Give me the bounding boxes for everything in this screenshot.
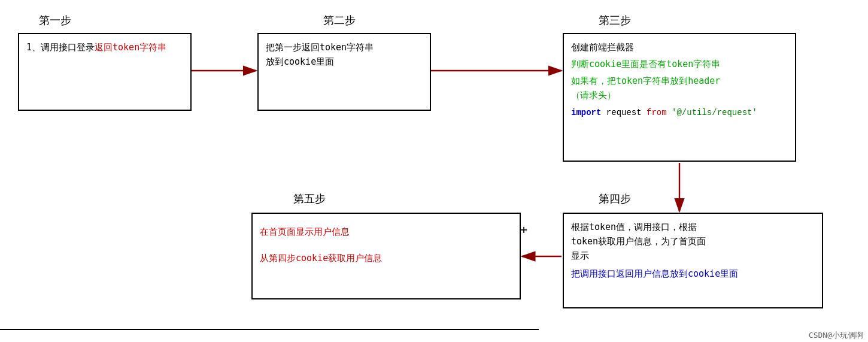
box3-green1: 判断cookie里面是否有token字符串: [571, 57, 788, 71]
box5: 在首页面显示用户信息 从第四步cookie获取用户信息: [251, 213, 521, 299]
bottom-line: [0, 329, 539, 330]
box5-red2: 从第四步cookie获取用户信息: [260, 251, 512, 265]
box3-title: 创建前端拦截器: [571, 40, 788, 55]
box5-red1: 在首页面显示用户信息: [260, 225, 512, 239]
step4-label: 第四步: [599, 192, 631, 206]
step5-label: 第五步: [293, 192, 326, 206]
box2-line1: 把第一步返回token字符串: [266, 40, 423, 55]
box4: 根据token值，调用接口，根据 token获取用户信息，为了首页面 显示 把调…: [563, 213, 823, 308]
box3: 创建前端拦截器 判断cookie里面是否有token字符串 如果有，把token…: [563, 33, 796, 162]
box4-line3: 显示: [571, 249, 815, 263]
box2: 把第一步返回token字符串 放到cookie里面: [257, 33, 431, 111]
box1-text-normal: 1、调用接口登录: [26, 42, 95, 53]
box4-blue: 把调用接口返回用户信息放到cookie里面: [571, 267, 815, 281]
step3-label: 第三步: [599, 13, 631, 28]
box1-text-red: 返回token字符串: [95, 42, 166, 53]
diagram-container: 第一步 第二步 第三步 第四步 第五步 1、调用接口登录返回token字符串 把…: [0, 0, 868, 342]
watermark: CSDN@小玩偶啊: [809, 330, 863, 341]
box2-line2: 放到cookie里面: [266, 55, 423, 69]
box4-line2: token获取用户信息，为了首页面: [571, 234, 815, 249]
box3-green2: 如果有，把token字符串放到header: [571, 74, 788, 88]
box3-code: import request from '@/utils/request': [571, 106, 788, 119]
box4-line1: 根据token值，调用接口，根据: [571, 220, 815, 234]
svg-text:+: +: [520, 222, 527, 237]
box1: 1、调用接口登录返回token字符串: [18, 33, 192, 111]
step1-label: 第一步: [39, 13, 71, 28]
box3-green3: （请求头）: [571, 88, 788, 102]
step2-label: 第二步: [323, 13, 356, 28]
